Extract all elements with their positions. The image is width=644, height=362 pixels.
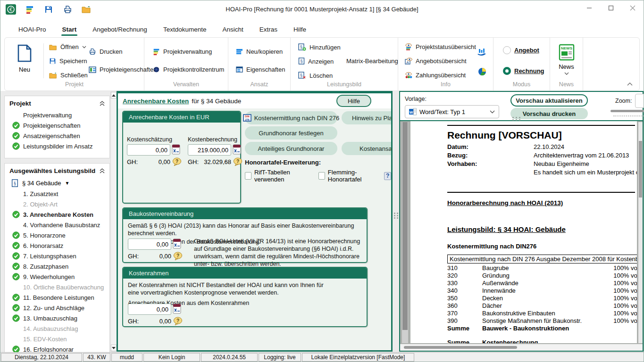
ansatz-properties-button[interactable]: Eigenschaften — [236, 66, 285, 73]
sidebar-item[interactable]: 6. Honorarsatz — [5, 240, 109, 251]
calculator-icon[interactable] — [172, 144, 180, 155]
calculator-icon[interactable] — [233, 144, 241, 155]
show-leistungsbild-button[interactable]: § Anzeigen — [298, 58, 334, 65]
leistungsbild-panel-header[interactable]: Ausgewähltes Leistungsbild — [5, 164, 109, 177]
minimize-button[interactable] — [578, 0, 600, 16]
save-icon[interactable] — [43, 4, 54, 15]
matrix-edit-button[interactable]: Matrix-Bearbeitung — [346, 58, 398, 65]
collapse-double-chevron-icon[interactable] — [100, 101, 105, 106]
sidebar-item[interactable]: 1. Zusatztext — [5, 189, 109, 199]
sidebar-item[interactable]: 5. Honorarzone — [5, 230, 109, 240]
project-status-overview-button[interactable]: Projektstatusübersicht — [405, 43, 476, 50]
sidebar-item[interactable]: Projekteigenschaften — [5, 120, 109, 131]
collapse-double-chevron-icon[interactable] — [100, 168, 105, 173]
help-button[interactable]: Hilfe — [336, 95, 371, 107]
template-dropdown[interactable]: W Word/Text: Typ 1 — [405, 105, 499, 118]
calculator-icon[interactable] — [173, 239, 181, 249]
sidebar-item[interactable]: 15. EDV-Kosten — [5, 334, 109, 344]
projekt-panel-header[interactable]: Projekt — [5, 96, 109, 110]
splitter-grip[interactable] — [394, 213, 399, 219]
project-list-icon[interactable] — [24, 4, 35, 15]
sidebar-item[interactable]: 11. Besondere Leistungen — [5, 292, 109, 303]
anteiliges-grundhonorar-button[interactable]: Anteiliges Grundhonorar — [245, 142, 337, 155]
preview-horizontal-scrollbar[interactable] — [400, 344, 643, 351]
sidebar-item[interactable]: 16. Erfolgshonorar — [5, 344, 109, 352]
kostenrahmen-input[interactable] — [128, 304, 171, 315]
bkv-input[interactable] — [128, 239, 171, 250]
zoom-input[interactable] — [635, 94, 644, 108]
help-question-icon[interactable]: ? — [384, 172, 391, 180]
sidebar-item[interactable]: Leistungsbilder im Ansatz — [5, 141, 109, 151]
caret-down-icon[interactable]: ▼ — [65, 181, 69, 186]
pie-chart-icon[interactable] — [477, 67, 487, 76]
payments-overview-button[interactable]: Zahlungsübersicht — [405, 72, 466, 79]
calculator-icon[interactable] — [173, 304, 181, 314]
check-icon — [12, 346, 20, 352]
sidebar-item[interactable]: 14. Ausbauzuschlag — [5, 323, 109, 334]
preview-vertical-scrollbar-right[interactable] — [638, 122, 643, 343]
kostenansatz-button[interactable]: Kostenansatzbeze — [342, 142, 391, 155]
grundhonorar-festlegen-button[interactable]: Grundhonorar festlegen — [245, 126, 337, 140]
zoom-slider[interactable] — [611, 110, 644, 112]
flemming-checkbox[interactable] — [318, 172, 325, 180]
news-button[interactable]: NEWS News — [550, 43, 583, 75]
print-icon[interactable] — [62, 4, 73, 15]
question-balloon-icon[interactable]: ? — [172, 157, 182, 166]
print-preview-button[interactable]: Vorschau drucken — [510, 108, 588, 119]
menu-item[interactable]: Textdokumente — [157, 23, 213, 37]
menu-item[interactable]: Angebot/Rechnung — [86, 23, 154, 37]
sidebar-item[interactable]: 8. Zusatzphasen — [5, 261, 109, 272]
open-button[interactable]: Öffnen — [49, 43, 86, 50]
menu-bar: HOAI-Pro Start Angebot/Rechnung Textdoku… — [0, 21, 644, 37]
menu-item[interactable]: HOAI-Pro — [12, 23, 53, 37]
question-balloon-icon[interactable]: ? — [173, 252, 183, 260]
question-balloon-icon[interactable]: ? — [233, 157, 243, 166]
sidebar-scrollbar[interactable] — [110, 91, 117, 352]
sidebar-item[interactable]: 4. Vorhandene Bausubstanz — [5, 220, 109, 230]
hinweis-planungs-button[interactable]: Hinweis zu Planungs — [342, 111, 391, 124]
kostenberechnung-input[interactable] — [188, 144, 231, 156]
delete-leistungsbild-button[interactable]: § Löschen — [298, 72, 333, 79]
offers-overview-button[interactable]: A Angebotsübersicht — [405, 58, 467, 65]
maximize-button[interactable] — [600, 0, 622, 16]
open-folder-icon[interactable] — [81, 4, 92, 15]
close-project-button[interactable]: Schließen — [49, 72, 88, 79]
close-button[interactable] — [622, 0, 644, 16]
sidebar-item[interactable]: Projektverwaltung — [5, 110, 109, 120]
chart-hand-icon[interactable] — [477, 48, 487, 57]
sidebar-item[interactable]: 12. Zu- und Abschläge — [5, 303, 109, 313]
new-copy-button[interactable]: Neu/kopieren — [236, 48, 283, 55]
control-center-button[interactable]: Projektkontrollzentrum — [153, 66, 224, 73]
menu-item[interactable]: Start — [56, 23, 84, 37]
menu-item[interactable]: Ansicht — [216, 23, 250, 37]
refresh-preview-button[interactable]: Vorschau aktualisieren — [510, 94, 588, 107]
new-project-button[interactable]: Neu — [11, 44, 38, 73]
save-button[interactable]: Speichern — [49, 58, 87, 65]
leistungsbild-root[interactable]: § § 34 Gebäude ▼ — [5, 177, 109, 189]
scroll-down-icon[interactable] — [111, 345, 117, 351]
rift-checkbox[interactable] — [245, 172, 251, 180]
question-balloon-icon[interactable]: ? — [173, 317, 183, 325]
sidebar-item[interactable]: 3. Anrechenbare Kosten — [5, 209, 109, 220]
ribbon-collapse-button[interactable] — [627, 82, 633, 86]
mode-rechnung-radio[interactable]: Rechnung — [503, 67, 544, 75]
print-button[interactable]: Drucken — [89, 48, 122, 55]
app-logo-euro-icon[interactable]: € — [5, 4, 17, 15]
sidebar-item[interactable]: 2. Objekt-Art — [5, 199, 109, 209]
scroll-up-icon[interactable] — [111, 92, 117, 99]
project-management-button[interactable]: Projektverwaltung — [153, 48, 212, 55]
add-leistungsbild-button[interactable]: § Hinzufügen — [298, 43, 341, 51]
sidebar-item[interactable]: Ansatzeigenschaften — [5, 131, 109, 141]
toolbar-grip[interactable] — [512, 117, 521, 121]
sidebar-item[interactable]: 10. Örtliche Bauüberwachung — [5, 282, 109, 292]
kostenschaetzung-input[interactable] — [127, 144, 170, 156]
sidebar-item[interactable]: 7. Leistungsphasen — [5, 251, 109, 261]
menu-item[interactable]: Extras — [253, 23, 284, 37]
din276-button[interactable]: DIN276 Kostenermittlung nach DIN 276 — [245, 111, 337, 124]
panel-splitter[interactable] — [393, 91, 399, 352]
mode-angebot-radio[interactable]: Angebot — [503, 46, 539, 54]
preview-vertical-scrollbar-left[interactable] — [402, 122, 408, 343]
sidebar-item[interactable]: 9. Wiederholungen — [5, 272, 109, 282]
sidebar-item[interactable]: 13. Umbauzuschlag — [5, 313, 109, 323]
menu-item[interactable]: Hilfe — [287, 23, 313, 37]
